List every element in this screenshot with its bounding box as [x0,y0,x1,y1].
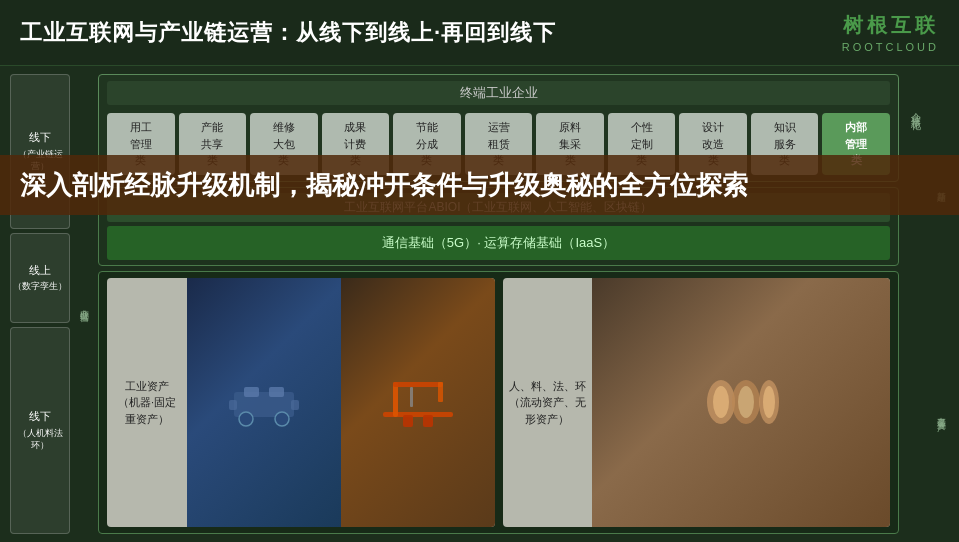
enterprise-text: 企业信息化 [908,104,922,114]
asset1-img [187,278,341,528]
chain-label: 产业链运营 [76,74,92,534]
svg-point-4 [275,412,289,426]
label-online-text: 线上 [13,263,67,278]
bottom-section: 工业资产 （机器·固定 重资产） [98,271,899,535]
svg-rect-12 [403,415,413,427]
stock-label: 存量工业资产 [933,302,949,525]
machinery-shape-2 [341,278,495,528]
top-section-title: 终端工业企业 [107,81,890,105]
asset1-text: 工业资产 （机器·固定 重资产） [107,278,187,528]
svg-rect-11 [410,387,413,407]
chain-text: 产业链运营 [78,302,91,307]
svg-rect-13 [423,415,433,427]
label-offline-human: 线下 （人机料法环） [10,327,70,534]
asset-card-1: 工业资产 （机器·固定 重资产） [107,278,495,528]
asset-card-2: 人、料、法、环 （流动资产、无 形资产） [503,278,891,528]
svg-rect-2 [269,387,284,397]
main-container: 工业互联网与产业链运营：从线下到线上·再回到线下 树根互联 ROOTCLOUD … [0,0,959,542]
overlay-text: 深入剖析经脉升级机制，揭秘冲开条件与升级奥秘的全方位探索 [20,167,939,203]
logo-en: ROOTCLOUD [842,41,939,53]
asset2-text: 人、料、法、环 （流动资产、无 形资产） [503,278,592,528]
machinery-shape-3 [592,278,891,528]
right-side-labels: 新基建 存量工业资产 [933,74,949,534]
svg-rect-5 [229,400,237,410]
asset3-img [592,278,891,528]
enterprise-strip: 企业信息化 [903,74,927,534]
logo-cn: 树根互联 [842,12,939,39]
left-labels: 线下 （产业链运营） 线上 （数字孪生） 线下 （人机料法环） [10,74,70,534]
svg-rect-9 [393,382,443,387]
label-online-sub: （数字孪生） [13,280,67,293]
svg-point-17 [738,386,754,418]
label-offline-human-text: 线下 [13,409,67,424]
svg-point-3 [239,412,253,426]
header: 工业互联网与产业链运营：从线下到线上·再回到线下 树根互联 ROOTCLOUD [0,0,959,66]
infra-bar: 通信基础（5G）· 运算存储基础（IaaS） [107,226,890,260]
svg-rect-8 [393,382,398,417]
svg-rect-10 [438,382,443,402]
overlay-banner: 深入剖析经脉升级机制，揭秘冲开条件与升级奥秘的全方位探索 [0,155,959,215]
label-online: 线上 （数字孪生） [10,233,70,323]
machinery-shape-1 [187,278,341,528]
content-area: 线下 （产业链运营） 线上 （数字孪生） 线下 （人机料法环） 产业链运营 [0,66,959,542]
asset2-img [341,278,495,528]
right-content: 终端工业企业 用工 管理 类 产能 共享 类 维修 大包 类 成果 计费 类 节… [98,74,899,534]
label-offline-text: 线下 [13,130,67,145]
svg-rect-6 [291,400,299,410]
svg-point-15 [713,386,729,418]
header-title: 工业互联网与产业链运营：从线下到线上·再回到线下 [20,18,556,48]
svg-rect-1 [244,387,259,397]
logo-area: 树根互联 ROOTCLOUD [842,12,939,53]
right-wrapper: 终端工业企业 用工 管理 类 产能 共享 类 维修 大包 类 成果 计费 类 节… [98,74,927,534]
svg-point-19 [763,386,775,418]
label-offline-human-sub: （人机料法环） [13,427,67,452]
